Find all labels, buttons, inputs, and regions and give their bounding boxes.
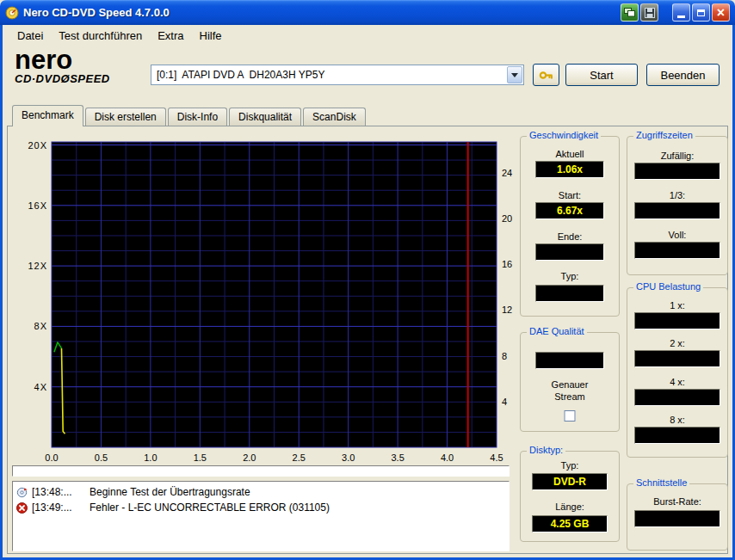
value-8x bbox=[634, 427, 720, 444]
svg-text:1.5: 1.5 bbox=[194, 452, 207, 463]
window-title: Nero CD-DVD Speed 4.7.0.0 bbox=[23, 6, 621, 19]
label-laenge: Länge: bbox=[521, 502, 619, 512]
svg-text:3.5: 3.5 bbox=[391, 452, 404, 463]
menu-datei[interactable]: Datei bbox=[9, 27, 51, 45]
app-icon bbox=[5, 6, 19, 20]
log-entry-message: Fehler - L-EC UNCORRECTABLE ERROR (03110… bbox=[90, 502, 330, 514]
label-one-third: 1/3: bbox=[627, 190, 727, 200]
value-start: 6.67x bbox=[535, 202, 604, 219]
svg-text:16: 16 bbox=[502, 259, 512, 269]
label-4x: 4 x: bbox=[627, 377, 727, 387]
value-dae bbox=[535, 352, 604, 369]
close-icon: × bbox=[717, 6, 725, 20]
log-entry: [13:49:... Fehler - L-EC UNCORRECTABLE E… bbox=[16, 500, 505, 515]
panel-title: DAE Qualität bbox=[527, 326, 587, 336]
log-entry: [13:48:... Beginne Test der Übertragungs… bbox=[16, 484, 505, 500]
minimize-icon bbox=[677, 15, 685, 18]
panel-title: CPU Belastung bbox=[633, 281, 703, 292]
drive-tools-button[interactable] bbox=[533, 64, 559, 86]
tab-disk-erstellen[interactable]: Disk erstellen bbox=[85, 108, 166, 126]
chevron-down-icon bbox=[511, 73, 518, 77]
panel-title: Disktyp: bbox=[527, 445, 565, 455]
svg-text:20: 20 bbox=[502, 213, 512, 224]
tab-benchmark[interactable]: Benchmark bbox=[12, 105, 83, 126]
quit-button[interactable]: Beenden bbox=[646, 64, 720, 86]
svg-text:0.0: 0.0 bbox=[45, 452, 58, 463]
value-burst-rate bbox=[634, 510, 720, 527]
log-error-icon bbox=[16, 502, 28, 514]
benchmark-chart: 20X16X12X8X4X24201612840.00.51.01.52.02.… bbox=[0, 138, 520, 466]
panel-geschwindigkeit: Geschwindigkeit Aktuell 1.06x Start: 6.6… bbox=[520, 136, 620, 317]
label-2x: 2 x: bbox=[627, 338, 727, 348]
titlebar[interactable]: Nero CD-DVD Speed 4.7.0.0 bbox=[0, 0, 735, 25]
label-zufaellig: Zufällig: bbox=[627, 151, 727, 161]
log-panel: [13:48:... Beginne Test der Übertragungs… bbox=[12, 481, 510, 551]
capture-icon bbox=[624, 8, 635, 17]
logo-line1: nero bbox=[15, 48, 110, 72]
svg-text:20X: 20X bbox=[28, 140, 47, 151]
combo-dropdown-button[interactable] bbox=[507, 66, 522, 83]
svg-text:4.5: 4.5 bbox=[490, 452, 503, 463]
start-button[interactable]: Start bbox=[565, 64, 638, 86]
value-laenge: 4.25 GB bbox=[532, 515, 608, 532]
menu-test-durchfuehren[interactable]: Test durchführen bbox=[51, 27, 150, 45]
value-one-third bbox=[634, 202, 720, 219]
panel-disktyp: Disktyp: Typ: DVD-R Länge: 4.25 GB bbox=[520, 451, 620, 542]
svg-text:4.0: 4.0 bbox=[441, 452, 454, 463]
progress-bar bbox=[12, 465, 510, 477]
capture-button[interactable] bbox=[621, 3, 639, 22]
svg-text:12X: 12X bbox=[28, 261, 47, 271]
app-window: Nero CD-DVD Speed 4.7.0.0 bbox=[0, 0, 735, 560]
save-capture-button[interactable] bbox=[640, 3, 658, 22]
label-aktuell: Aktuell bbox=[521, 149, 619, 159]
value-voll bbox=[634, 242, 720, 259]
log-entry-time: [13:48:... bbox=[32, 486, 85, 498]
drive-selector[interactable]: [0:1] ATAPI DVD A DH20A3H YP5Y bbox=[151, 65, 524, 85]
panel-zugriffszeiten: Zugriffszeiten Zufällig: 1/3: Voll: bbox=[627, 136, 728, 275]
genauer-stream-checkbox[interactable] bbox=[565, 410, 576, 422]
value-aktuell: 1.06x bbox=[535, 161, 604, 178]
tab-scandisk[interactable]: ScanDisk bbox=[303, 108, 366, 126]
svg-text:3.0: 3.0 bbox=[342, 452, 355, 463]
svg-text:16X: 16X bbox=[28, 200, 47, 211]
svg-text:8: 8 bbox=[502, 351, 507, 361]
panel-schnittstelle: Schnittstelle Burst-Rate: bbox=[627, 483, 728, 551]
maximize-icon bbox=[697, 9, 705, 16]
label-genauer: Genauer bbox=[521, 379, 619, 390]
minimize-button[interactable] bbox=[672, 3, 690, 22]
logo-line2: CD·DVDØSPEED bbox=[15, 72, 110, 85]
label-stream: Stream bbox=[521, 391, 619, 402]
value-1x bbox=[634, 312, 720, 329]
label-burst-rate: Burst-Rate: bbox=[627, 496, 727, 507]
tab-disk-info[interactable]: Disk-Info bbox=[168, 108, 227, 126]
tab-diskqualitaet[interactable]: Diskqualität bbox=[229, 108, 301, 126]
close-button[interactable]: × bbox=[712, 3, 730, 22]
svg-text:2.0: 2.0 bbox=[243, 452, 256, 463]
svg-text:1.0: 1.0 bbox=[144, 452, 157, 463]
panel-cpu-belastung: CPU Belastung 1 x: 2 x: 4 x: 8 x: bbox=[627, 287, 728, 458]
label-voll: Voll: bbox=[627, 230, 727, 240]
label-ende: Ende: bbox=[521, 231, 619, 242]
drive-selector-value: [0:1] ATAPI DVD A DH20A3H YP5Y bbox=[151, 69, 507, 81]
log-entry-time: [13:49:... bbox=[32, 502, 85, 514]
value-2x bbox=[634, 350, 720, 367]
value-zufaellig bbox=[634, 163, 720, 180]
log-start-icon bbox=[16, 487, 28, 498]
maximize-button[interactable] bbox=[692, 3, 710, 22]
value-typ bbox=[535, 285, 604, 302]
svg-text:4: 4 bbox=[502, 397, 507, 407]
menu-hilfe[interactable]: Hilfe bbox=[192, 27, 230, 45]
label-1x: 1 x: bbox=[627, 300, 727, 311]
value-4x bbox=[634, 389, 720, 406]
panel-dae-qualitaet: DAE Qualität Genauer Stream bbox=[520, 332, 620, 432]
svg-text:12: 12 bbox=[502, 305, 512, 315]
window-controls: × bbox=[621, 3, 730, 22]
label-start: Start: bbox=[521, 190, 619, 200]
svg-text:8X: 8X bbox=[34, 321, 47, 331]
tab-strip: Benchmark Disk erstellen Disk-Info Diskq… bbox=[12, 106, 368, 126]
svg-text:4X: 4X bbox=[34, 382, 47, 392]
menu-extra[interactable]: Extra bbox=[150, 27, 191, 45]
label-8x: 8 x: bbox=[627, 415, 727, 425]
nero-logo: nero CD·DVDØSPEED bbox=[15, 48, 110, 85]
tools-key-icon bbox=[539, 69, 553, 82]
